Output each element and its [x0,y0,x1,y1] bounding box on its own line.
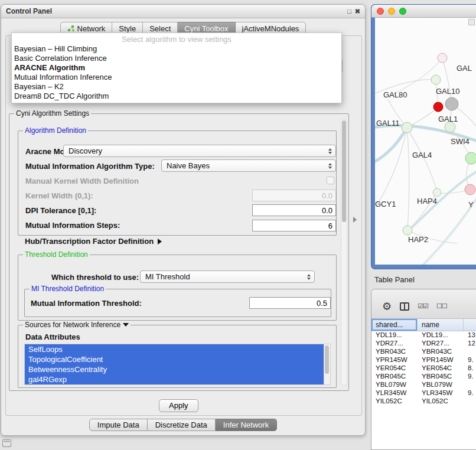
which-threshold-select[interactable]: MI Threshold [140,270,315,283]
minimize-traffic-light[interactable] [388,8,395,15]
unselect-all-columns-icon[interactable]: ☐☐ [436,302,447,310]
table-cell[interactable]: YLR345W [418,389,464,397]
panel-splitter-arrow-icon[interactable] [353,217,357,223]
table-cell[interactable] [464,397,476,406]
table-cell[interactable]: 9. [464,373,476,381]
table-cell[interactable]: YBR045C [371,373,418,381]
close-traffic-light[interactable] [377,8,384,15]
table-cell[interactable]: YBR045C [418,373,464,381]
table-cell[interactable]: 9. [464,389,476,397]
combo-arrows-icon [327,163,335,169]
table-row[interactable]: YDR27... YDR27... 12 [371,340,476,348]
attribute-item-selected[interactable]: BetweennessCentrality [25,364,324,374]
attribute-item-selected[interactable]: TopologicalCoefficient [25,354,324,364]
network-canvas[interactable]: GAL GAL80 GAL10 GAL11 GAL1 SWI4 GAL4 GCY… [375,18,476,265]
table-cell[interactable]: YDR27... [418,340,464,348]
table-cell[interactable]: YDL19... [371,331,418,340]
expand-right-icon[interactable] [158,239,162,244]
tab-impute-data[interactable]: Impute Data [89,419,148,431]
table-cell[interactable] [464,348,476,356]
attribute-list-scrollbar[interactable] [324,344,330,384]
select-all-columns-icon[interactable]: ☑☑ [418,302,428,310]
settings-scrollbar[interactable] [341,119,347,386]
tab-infer-network[interactable]: Infer Network [216,419,277,431]
aracne-mode-select[interactable]: Discovery [63,145,336,157]
network-node[interactable] [403,226,412,235]
collapse-down-icon[interactable] [123,323,129,327]
table-settings-gear-icon[interactable]: ⚙ [382,301,392,312]
table-row[interactable]: YIL052C YIL052C [371,397,476,406]
zoom-traffic-light[interactable] [399,8,406,15]
table-cell[interactable]: YBR043C [371,348,418,356]
table-cell[interactable]: YPR145W [418,356,464,364]
table-cell[interactable]: YDL19... [418,331,464,340]
mi-steps-input[interactable] [252,220,336,231]
algorithm-option[interactable]: Basic Correlation Inference [12,54,341,63]
node-label: GAL [457,64,472,73]
algorithm-definition-title: Algorithm Definition [25,126,86,135]
table-cell[interactable]: YLR345W [371,389,418,397]
show-columns-icon[interactable] [400,302,409,311]
table-row[interactable]: YLR345W YLR345W 9. [371,389,476,397]
table-row[interactable]: YER054C YER054C 8. [371,364,476,373]
network-node[interactable] [431,75,441,84]
algorithm-option[interactable]: Bayesian – Hill Climbing [12,44,341,54]
table-row[interactable]: YBL079W YBL079W [371,381,476,389]
table-panel-label: Table Panel [374,275,415,284]
control-panel-window: Control Panel □ ✖ Network Style Select C… [1,4,366,436]
algorithm-definition-group: Algorithm Definition Aracne Mode: Discov… [18,131,337,236]
table-cell[interactable]: YDR27... [371,340,418,348]
network-node-red[interactable] [433,102,443,112]
column-header-name[interactable]: name [418,319,464,331]
table-row[interactable]: YBR043C YBR043C [371,348,476,356]
network-node[interactable] [402,122,412,133]
algorithm-dropdown-popup: Select algorithm to view settings Bayesi… [11,32,342,103]
mi-threshold-input[interactable] [249,297,331,309]
table-row[interactable]: YDL19... YDL19... 13 [371,331,476,340]
bottom-tabstrip: Impute Data Discretize Data Infer Networ… [1,419,365,431]
column-header-shared-name[interactable]: shared... [371,319,418,331]
network-node[interactable] [465,152,476,164]
table-row[interactable]: YPR145W YPR145W 9. [371,356,476,364]
hub-transcription-factor-section[interactable]: Hub/Transcription Factor Definition [25,237,162,246]
algorithm-option[interactable]: Dream8 DC_TDC Algorithm [12,92,341,101]
table-cell[interactable]: 8. [464,364,476,373]
table-cell[interactable]: 9. [464,356,476,364]
minimized-panel-icon[interactable] [2,439,11,447]
table-cell[interactable]: YPR145W [371,356,418,364]
table-cell[interactable]: YBR043C [418,348,464,356]
mi-algorithm-type-select[interactable]: Naive Bayes [161,159,336,172]
dpi-tolerance-input[interactable] [252,204,336,216]
network-node[interactable] [438,53,447,63]
table-row[interactable]: YBR045C YBR045C 9. [371,373,476,381]
float-window-icon[interactable]: □ [347,8,351,15]
table-cell[interactable]: 12 [464,340,476,348]
network-node[interactable] [465,184,475,195]
table-cell[interactable]: YBL079W [418,381,464,389]
table-cell[interactable]: YER054C [418,364,464,373]
table-cell[interactable]: YBL079W [371,381,418,389]
close-window-icon[interactable]: ✖ [355,8,360,15]
node-label: GAL11 [376,119,400,128]
attribute-item-selected[interactable]: SelfLoops [25,344,324,354]
tab-discretize-data[interactable]: Discretize Data [148,419,216,431]
algorithm-option-selected[interactable]: ARACNE Algorithm [12,63,341,73]
mi-steps-label: Mutual Information Steps: [25,221,120,230]
table-cell[interactable]: 13 [464,331,476,340]
scrollbar-thumb[interactable] [342,120,346,222]
table-cell[interactable]: YIL052C [418,397,464,406]
data-attributes-label: Data Attributes [25,332,80,341]
network-node[interactable] [433,188,441,197]
scrollbar-thumb[interactable] [325,345,329,374]
table-cell[interactable]: YER054C [371,364,418,373]
algorithm-option[interactable]: Mutual Information Inference [12,73,341,82]
attribute-item-selected[interactable]: gal4RGexp [25,374,324,384]
apply-button[interactable]: Apply [159,399,198,412]
manual-kernel-width-checkbox [327,177,334,184]
algorithm-option[interactable]: Bayesian – K2 [12,82,341,92]
column-header-clipped[interactable] [464,319,476,331]
table-cell[interactable] [464,381,476,389]
which-threshold-label: Which threshold to use: [51,273,139,282]
network-node[interactable] [445,97,458,110]
table-cell[interactable]: YIL052C [371,397,418,406]
